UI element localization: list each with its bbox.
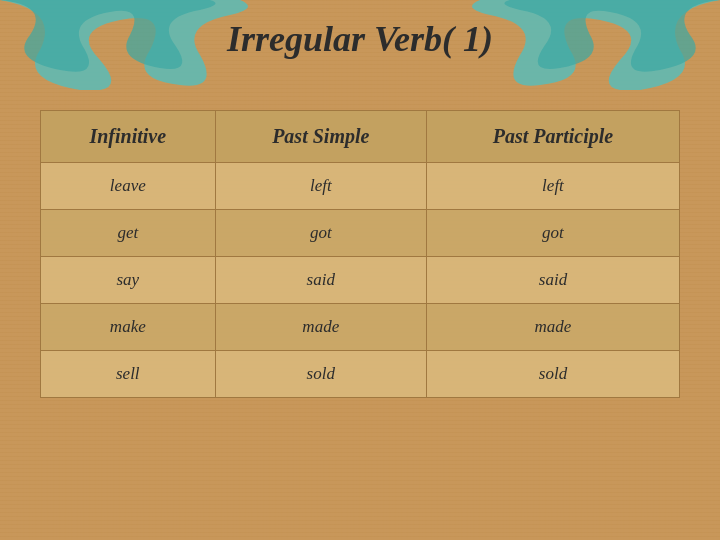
- col-past-simple: Past Simple: [215, 111, 426, 163]
- table-cell: sell: [41, 351, 216, 398]
- table-row: makemademade: [41, 304, 680, 351]
- table-cell: sold: [215, 351, 426, 398]
- table-cell: left: [426, 163, 679, 210]
- col-infinitive: Infinitive: [41, 111, 216, 163]
- table-cell: say: [41, 257, 216, 304]
- page-title: Irregular Verb( 1): [0, 18, 720, 60]
- table-container: Infinitive Past Simple Past Participle l…: [40, 110, 680, 500]
- table-cell: make: [41, 304, 216, 351]
- table-header-row: Infinitive Past Simple Past Participle: [41, 111, 680, 163]
- table-cell: sold: [426, 351, 679, 398]
- table-cell: left: [215, 163, 426, 210]
- table-cell: got: [215, 210, 426, 257]
- table-row: leaveleftleft: [41, 163, 680, 210]
- table-cell: get: [41, 210, 216, 257]
- verb-table: Infinitive Past Simple Past Participle l…: [40, 110, 680, 398]
- table-cell: made: [426, 304, 679, 351]
- col-past-participle: Past Participle: [426, 111, 679, 163]
- table-row: getgotgot: [41, 210, 680, 257]
- table-cell: said: [426, 257, 679, 304]
- table-row: sellsoldsold: [41, 351, 680, 398]
- table-row: saysaidsaid: [41, 257, 680, 304]
- table-cell: leave: [41, 163, 216, 210]
- table-cell: got: [426, 210, 679, 257]
- table-cell: made: [215, 304, 426, 351]
- table-cell: said: [215, 257, 426, 304]
